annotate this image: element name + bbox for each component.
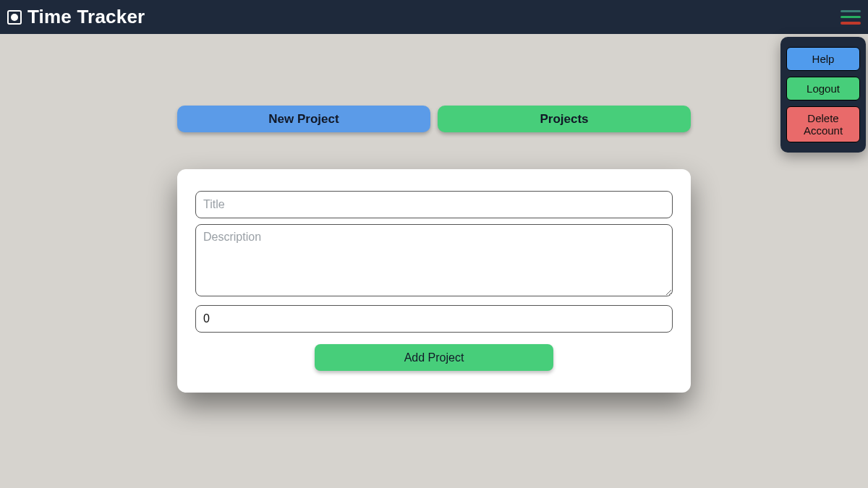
app-header: Time Tracker [0,0,868,34]
hamburger-menu-icon[interactable] [841,9,861,25]
tab-new-project[interactable]: New Project [177,106,430,132]
delete-account-button[interactable]: Delete Account [786,106,860,142]
main-tabs: New Project Projects [0,106,868,132]
help-button[interactable]: Help [786,47,860,71]
add-project-button[interactable]: Add Project [315,344,553,371]
project-title-input[interactable] [195,191,673,218]
app-title: Time Tracker [27,6,145,28]
stopwatch-icon [7,10,22,25]
logout-button[interactable]: Logout [786,77,860,100]
project-time-input[interactable] [195,305,673,333]
user-menu-dropdown: Help Logout Delete Account [780,37,866,153]
submit-wrap: Add Project [195,344,673,371]
stopwatch-icon-inner [11,14,18,21]
project-description-input[interactable] [195,224,673,296]
brand: Time Tracker [7,6,145,28]
tab-projects[interactable]: Projects [438,106,691,132]
new-project-card: Add Project [177,169,691,393]
